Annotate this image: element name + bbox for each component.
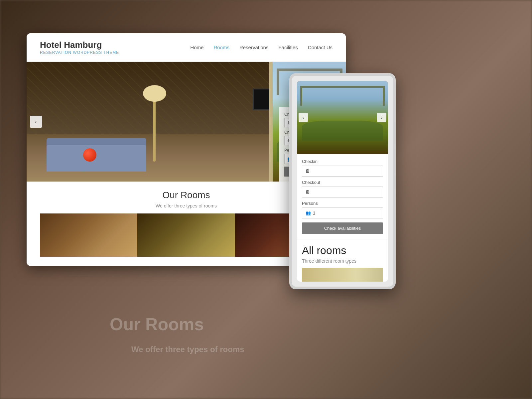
room-thumb-1[interactable] <box>40 213 137 257</box>
tablet-checkin-icon: 🗓 <box>306 169 310 174</box>
tablet-all-rooms: All rooms Three different room types <box>297 239 388 282</box>
decorative-ball <box>83 148 96 162</box>
tablet-booking-form: Checkin 🗓 Checkout 🗓 Persons 👥 1 Check a… <box>297 154 388 239</box>
tablet-persons-icon: 👥 <box>306 210 311 215</box>
site-subtitle: Reservation WordPress Theme <box>40 50 119 55</box>
tablet-room-thumbnail[interactable] <box>302 268 383 282</box>
nav-reservations[interactable]: Reservations <box>239 45 269 50</box>
floor-lamp-shade <box>143 85 166 102</box>
room-thumb-2[interactable] <box>137 213 235 257</box>
tablet-slider-next-button[interactable]: › <box>377 113 386 122</box>
tablet-checkout-input[interactable]: 🗓 <box>302 187 383 198</box>
our-rooms-title: Our Rooms <box>40 190 332 200</box>
site-title: Hotel Hamburg <box>40 40 119 50</box>
tablet-all-rooms-subtitle: Three different room types <box>302 258 383 264</box>
tablet-slider-prev-button[interactable]: ‹ <box>299 113 308 122</box>
tablet-persons-input[interactable]: 👥 1 <box>302 207 383 218</box>
tablet-checkin-input[interactable]: 🗓 <box>302 166 383 177</box>
nav-rooms[interactable]: Rooms <box>213 45 229 50</box>
bg-ghost-subtitle: We offer three types of rooms <box>131 345 244 354</box>
tablet-device: ‹ › Checkin 🗓 Checkout 🗓 Persons 👥 1 Che… <box>289 73 396 289</box>
tablet-checkin-label: Checkin <box>302 159 383 164</box>
tablet-persons-value: 1 <box>313 210 315 215</box>
tablet-hero: ‹ › <box>297 81 388 154</box>
nav-home[interactable]: Home <box>190 45 203 50</box>
tablet-check-button[interactable]: Check availabilities <box>302 222 383 234</box>
tablet-checkout-icon: 🗓 <box>306 190 310 195</box>
rooms-grid <box>40 213 332 257</box>
sofa <box>47 145 146 172</box>
slider-prev-button[interactable]: ‹ <box>30 116 42 128</box>
tablet-hero-image <box>297 81 388 154</box>
floor-lamp-pole <box>153 95 156 162</box>
nav-contact[interactable]: Contact Us <box>308 45 332 50</box>
nav-facilities[interactable]: Facilities <box>278 45 298 50</box>
our-rooms-subtitle: We offer three types of rooms <box>40 203 332 208</box>
tablet-screen: ‹ › Checkin 🗓 Checkout 🗓 Persons 👥 1 Che… <box>297 81 388 282</box>
tablet-persons-label: Persons <box>302 201 383 206</box>
site-header: Hotel Hamburg Reservation WordPress Them… <box>27 33 346 62</box>
main-nav: Home Rooms Reservations Facilities Conta… <box>190 45 332 50</box>
bg-ghost-title: Our Rooms <box>110 314 204 334</box>
site-logo: Hotel Hamburg Reservation WordPress Them… <box>40 40 119 55</box>
tablet-all-rooms-title: All rooms <box>302 244 383 257</box>
tablet-checkout-label: Checkout <box>302 180 383 185</box>
